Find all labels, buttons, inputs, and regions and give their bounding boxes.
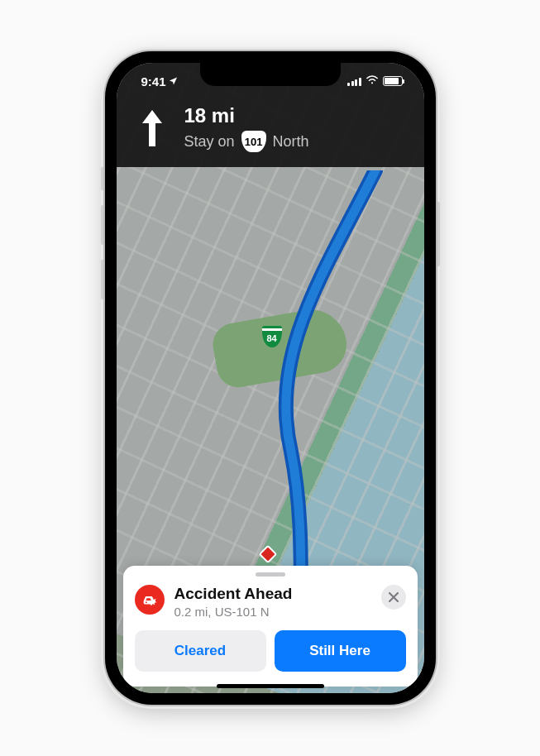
home-indicator[interactable]	[217, 684, 324, 688]
nav-instruction-suffix: North	[273, 133, 309, 151]
nav-instruction: Stay on 101 North	[184, 131, 309, 152]
wifi-icon	[366, 74, 379, 89]
screen: 9:41	[117, 63, 424, 693]
notch	[200, 63, 341, 86]
nav-instruction-prefix: Stay on	[184, 133, 235, 151]
still-here-button[interactable]: Still Here	[275, 630, 406, 672]
incident-title: Accident Ahead	[174, 585, 371, 603]
incident-subtitle: 0.2 mi, US-101 N	[174, 605, 371, 619]
status-time: 9:41	[141, 74, 166, 89]
maneuver-straight-icon	[138, 108, 166, 149]
cellular-signal-icon	[347, 77, 361, 86]
hardware-buttons-left	[101, 167, 103, 314]
cleared-button[interactable]: Cleared	[135, 630, 266, 672]
route-shield-101: 101	[241, 131, 266, 152]
close-icon	[389, 592, 399, 602]
close-button[interactable]	[381, 585, 406, 610]
location-services-icon	[169, 76, 178, 87]
incident-card: Accident Ahead 0.2 mi, US-101 N Cleared …	[123, 566, 418, 687]
battery-icon	[383, 76, 403, 86]
device-frame: 9:41	[105, 51, 436, 705]
accident-icon	[135, 585, 165, 615]
card-grabber[interactable]	[256, 572, 285, 577]
svg-point-0	[370, 82, 372, 84]
nav-distance: 18 mi	[184, 104, 309, 127]
hardware-button-right	[437, 202, 440, 266]
